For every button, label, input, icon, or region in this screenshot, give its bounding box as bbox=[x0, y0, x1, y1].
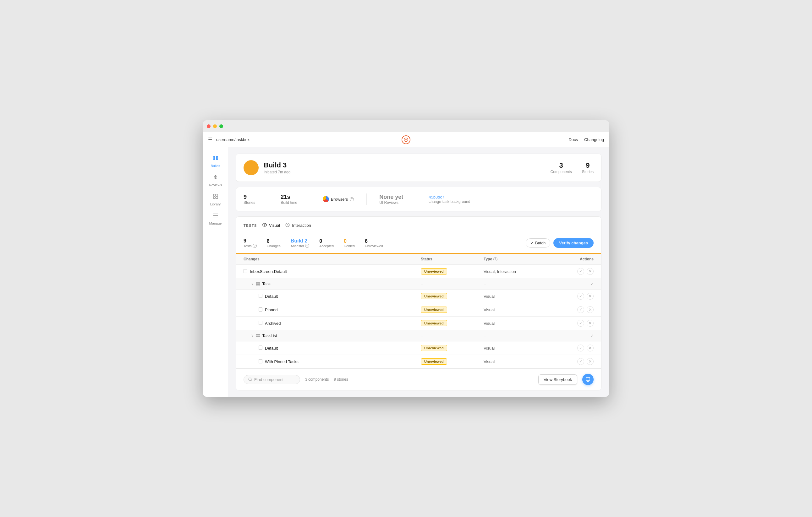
metric-unreviewed-label: Unreviewed bbox=[365, 244, 383, 248]
sidebar-item-reviews[interactable]: Reviews bbox=[204, 172, 227, 189]
tasklist-check-icon[interactable]: ✓ bbox=[590, 334, 593, 338]
accept-icon[interactable]: ✓ bbox=[577, 293, 584, 300]
tab-interaction[interactable]: Interaction bbox=[285, 222, 311, 229]
stories-label: Stories bbox=[582, 170, 593, 174]
type-help-icon[interactable]: ? bbox=[493, 257, 497, 261]
sidebar-item-builds[interactable]: Builds bbox=[204, 152, 227, 170]
batch-label: Batch bbox=[535, 241, 546, 245]
batch-button[interactable]: ✓ Batch bbox=[526, 238, 550, 247]
footer-stories-count: 9 stories bbox=[334, 377, 348, 382]
cell-name-pinned-tasks: With Pinned Tasks bbox=[243, 359, 421, 364]
browsers-help-icon[interactable]: ? bbox=[350, 197, 354, 201]
maximize-button[interactable] bbox=[219, 124, 223, 128]
expand-tasklist-icon[interactable]: ∨ bbox=[251, 334, 254, 338]
manage-label: Manage bbox=[209, 221, 222, 225]
deny-icon[interactable]: ✕ bbox=[587, 344, 593, 352]
deny-icon[interactable]: ✕ bbox=[587, 306, 593, 313]
ancestor-help-icon[interactable]: ? bbox=[305, 244, 309, 248]
minimize-button[interactable] bbox=[213, 124, 217, 128]
menu-icon[interactable]: ☰ bbox=[208, 136, 212, 143]
cell-type-task: -- bbox=[484, 281, 547, 286]
cell-status-pinned-tasks: Unreviewed bbox=[421, 358, 484, 365]
svg-rect-12 bbox=[259, 321, 262, 325]
library-label: Library bbox=[210, 202, 221, 206]
tab-interaction-label: Interaction bbox=[292, 223, 311, 228]
content: Build 3 Initiated 7m ago 3 Components 9 … bbox=[228, 147, 609, 397]
builds-label: Builds bbox=[211, 164, 220, 168]
tests-header: TESTS Visual bbox=[236, 217, 601, 233]
accept-icon[interactable]: ✓ bbox=[577, 306, 584, 313]
story-icon-task-default bbox=[259, 294, 262, 299]
svg-rect-2 bbox=[213, 158, 215, 160]
tests-help-icon[interactable]: ? bbox=[253, 244, 257, 248]
ui-reviews-section-label: UI Reviews bbox=[379, 201, 403, 205]
deny-icon[interactable]: ✕ bbox=[587, 320, 593, 327]
close-button[interactable] bbox=[207, 124, 210, 128]
components-stat: 3 Components bbox=[551, 161, 572, 174]
verify-button[interactable]: Verify changes bbox=[553, 238, 593, 248]
sidebar-item-manage[interactable]: Manage bbox=[204, 210, 227, 228]
svg-rect-10 bbox=[259, 294, 262, 298]
metric-ancestor: Build 2 Ancestor ? bbox=[291, 238, 309, 248]
topnav-right: Docs Changelog bbox=[569, 137, 604, 142]
metric-accepted-label: Accepted bbox=[319, 244, 334, 248]
ancestor-link[interactable]: Build 2 bbox=[291, 238, 307, 243]
stat-browsers: Browsers ? bbox=[323, 196, 354, 202]
metric-accepted: 0 Accepted bbox=[319, 238, 334, 248]
library-icon bbox=[212, 193, 219, 201]
metric-tests: 9 Tests ? bbox=[243, 238, 257, 248]
logo bbox=[402, 135, 410, 144]
table-row: InboxScreen:Default Unreviewed Visual, I… bbox=[236, 265, 601, 278]
commit-hash-link[interactable]: 45b3dc7 bbox=[429, 195, 470, 200]
chat-bubble[interactable] bbox=[582, 374, 593, 385]
deny-icon[interactable]: ✕ bbox=[587, 268, 593, 275]
cell-status-inbox: Unreviewed bbox=[421, 268, 484, 275]
tests-actions: ✓ Batch Verify changes bbox=[526, 238, 593, 248]
cell-name-inbox: InboxScreen:Default bbox=[243, 269, 421, 274]
accept-icon[interactable]: ✓ bbox=[577, 320, 584, 327]
sidebar-item-library[interactable]: Library bbox=[204, 191, 227, 209]
cell-name-archived: Archived bbox=[243, 321, 421, 326]
accept-icon[interactable]: ✓ bbox=[577, 268, 584, 275]
docs-link[interactable]: Docs bbox=[569, 137, 578, 142]
accept-icon[interactable]: ✓ bbox=[577, 358, 584, 365]
stories-stat: 9 Stories bbox=[582, 161, 593, 174]
header-status: Status bbox=[421, 257, 484, 261]
cell-type-pinned: Visual bbox=[484, 307, 547, 312]
table-row: ∨ Task -- -- ✓ bbox=[236, 278, 601, 290]
cell-status-task-default: Unreviewed bbox=[421, 293, 484, 299]
chrome-icon bbox=[323, 196, 329, 202]
changelog-link[interactable]: Changelog bbox=[584, 137, 604, 142]
footer: Find component 3 components 9 stories Vi… bbox=[236, 368, 601, 390]
table-row: Archived Unreviewed Visual ✓ ✕ bbox=[236, 316, 601, 330]
topnav: ☰ username/taskbox Docs Changelog bbox=[203, 132, 609, 147]
builds-icon bbox=[212, 155, 219, 163]
logo-icon bbox=[402, 135, 410, 144]
tests-section: TESTS Visual bbox=[236, 216, 602, 390]
tab-visual[interactable]: Visual bbox=[262, 222, 280, 229]
stat-buildtime-number: 21s bbox=[281, 194, 297, 201]
cell-actions-pinned: ✓ ✕ bbox=[547, 306, 593, 313]
svg-rect-1 bbox=[216, 156, 218, 158]
manage-icon bbox=[212, 212, 219, 220]
main-layout: Builds Reviews bbox=[203, 147, 609, 397]
stat-divider-4 bbox=[416, 193, 416, 205]
tests-summary: 9 Tests ? 6 Changes Build 2 bbox=[236, 233, 601, 254]
search-placeholder: Find component bbox=[254, 377, 284, 382]
accept-icon[interactable]: ✓ bbox=[577, 344, 584, 352]
build-stats: 3 Components 9 Stories bbox=[551, 161, 593, 174]
view-storybook-button[interactable]: View Storybook bbox=[538, 374, 577, 385]
cell-type-task-default: Visual bbox=[484, 294, 547, 299]
deny-icon[interactable]: ✕ bbox=[587, 358, 593, 365]
breadcrumb: username/taskbox bbox=[216, 137, 250, 142]
browsers-label: Browsers bbox=[331, 197, 348, 202]
expand-task-icon[interactable]: ∨ bbox=[251, 282, 254, 286]
ui-reviews-label: None yet bbox=[379, 194, 403, 201]
search-input[interactable]: Find component bbox=[243, 375, 300, 384]
tab-visual-label: Visual bbox=[269, 223, 280, 228]
group-check-icon[interactable]: ✓ bbox=[590, 282, 593, 286]
header-changes: Changes bbox=[243, 257, 421, 261]
cell-actions-tasklist: ✓ bbox=[547, 334, 593, 338]
svg-rect-5 bbox=[216, 194, 218, 196]
deny-icon[interactable]: ✕ bbox=[587, 293, 593, 300]
